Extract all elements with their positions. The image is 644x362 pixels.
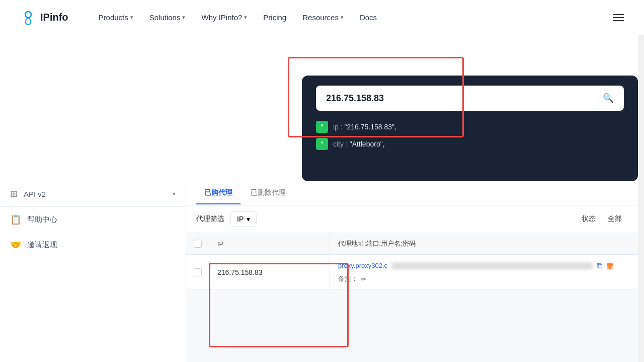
tab-deleted[interactable]: 已删除代理 — [243, 182, 294, 204]
json-badge-2: “ — [316, 138, 328, 150]
proxy-prefix: proxy.proxy302.c — [338, 262, 387, 269]
json-ip-line: “ ip : "216.75.158.83", — [316, 121, 624, 133]
resources-chevron-icon: ▾ — [341, 14, 344, 21]
hamburger-line — [613, 20, 624, 21]
tab-purchased[interactable]: 已购代理 — [196, 182, 240, 204]
proxy-table: IP 代理地址:端口:用户名:密码 216.75.158.83 proxy.pr… — [186, 233, 638, 290]
proxy-address: proxy.proxy302.c ⧉ ▦ — [338, 261, 630, 270]
proxy-blurred — [391, 262, 593, 269]
nav-links: Products ▾ Solutions ▾ Why IPinfo? ▾ Pri… — [99, 13, 624, 22]
proxy-main: 已购代理 已删除代理 代理筛选 IP ▾ 状态 全部 IP 代理地址:端口:用户… — [186, 181, 638, 362]
sidebar-invite-label: 邀请返现 — [27, 240, 176, 250]
nav-resources[interactable]: Resources ▾ — [302, 13, 344, 22]
status-value: 全部 — [602, 211, 628, 227]
filter-select[interactable]: IP ▾ — [230, 211, 257, 227]
logo[interactable]: IPinfo — [20, 10, 68, 26]
tabs-row: 已购代理 已删除代理 — [186, 181, 638, 205]
invite-icon: 🤝 — [10, 239, 21, 250]
api-icon: ⊞ — [10, 188, 18, 199]
sidebar-item-help[interactable]: 📋 帮助中心 — [0, 207, 186, 232]
search-box[interactable]: 216.75.158.83 🔍 — [316, 86, 624, 111]
navbar: IPinfo Products ▾ Solutions ▾ Why IPinfo… — [0, 0, 644, 35]
table-header: IP 代理地址:端口:用户名:密码 — [186, 233, 638, 255]
note-label: 备注： — [338, 274, 358, 283]
sidebar-help-label: 帮助中心 — [27, 215, 176, 225]
scrollbar[interactable] — [638, 0, 644, 362]
nav-why[interactable]: Why IPinfo? ▾ — [201, 13, 247, 22]
ip-lookup-panel: 216.75.158.83 🔍 “ ip : "216.75.158.83", … — [302, 76, 638, 181]
proxy-note: 备注： ✏ — [338, 274, 630, 283]
sidebar-api-label: API v2 — [24, 190, 167, 198]
status-label: 状态 — [582, 214, 596, 224]
th-ip: IP — [209, 234, 330, 254]
edit-icon[interactable]: ✏ — [361, 275, 366, 283]
th-proxy: 代理地址:端口:用户名:密码 — [330, 233, 638, 254]
hamburger-line — [613, 14, 624, 15]
copy-icon[interactable]: ⧉ — [597, 261, 602, 270]
sidebar-item-api[interactable]: ⊞ API v2 ▾ — [0, 181, 186, 207]
filter-select-value: IP — [237, 215, 244, 223]
td-ip: 216.75.158.83 — [209, 255, 330, 289]
json-city-text: city : "Attleboro", — [333, 140, 385, 148]
td-proxy: proxy.proxy302.c ⧉ ▦ 备注： ✏ — [330, 255, 638, 289]
nav-docs[interactable]: Docs — [360, 13, 377, 22]
why-chevron-icon: ▾ — [244, 14, 247, 21]
json-city-line: “ city : "Attleboro", — [316, 138, 624, 150]
nav-products[interactable]: Products ▾ — [99, 13, 133, 22]
filter-chevron-icon: ▾ — [247, 215, 250, 223]
filter-label: 代理筛选 — [196, 214, 224, 224]
search-icon[interactable]: 🔍 — [603, 93, 614, 104]
search-ip-text: 216.75.158.83 — [326, 93, 384, 104]
qr-icon[interactable]: ▦ — [606, 261, 614, 270]
logo-text: IPinfo — [40, 12, 68, 23]
products-chevron-icon: ▾ — [130, 14, 133, 21]
help-icon: 📋 — [10, 214, 21, 225]
sidebar-item-invite[interactable]: 🤝 邀请返现 — [0, 232, 186, 257]
th-checkbox — [186, 234, 209, 254]
hamburger-line — [613, 17, 624, 18]
row-checkbox[interactable] — [194, 268, 202, 276]
json-result: “ ip : "216.75.158.83", “ city : "Attleb… — [316, 121, 624, 150]
json-badge-1: “ — [316, 121, 328, 133]
proxy-panel: ⊞ API v2 ▾ 📋 帮助中心 🤝 邀请返现 已购代理 已删除代理 代理筛选… — [0, 181, 638, 362]
api-arrow-icon: ▾ — [173, 190, 176, 197]
filter-row: 代理筛选 IP ▾ 状态 全部 — [186, 205, 638, 233]
solutions-chevron-icon: ▾ — [182, 14, 185, 21]
nav-pricing[interactable]: Pricing — [263, 13, 286, 22]
table-row: 216.75.158.83 proxy.proxy302.c ⧉ ▦ 备注： ✏ — [186, 255, 638, 290]
json-ip-text: ip : "216.75.158.83", — [333, 123, 396, 131]
sidebar: ⊞ API v2 ▾ 📋 帮助中心 🤝 邀请返现 — [0, 181, 186, 362]
hamburger-menu[interactable] — [613, 14, 624, 21]
header-checkbox[interactable] — [194, 240, 202, 248]
svg-point-0 — [25, 12, 31, 18]
nav-solutions[interactable]: Solutions ▾ — [149, 13, 186, 22]
td-checkbox[interactable] — [186, 255, 209, 289]
